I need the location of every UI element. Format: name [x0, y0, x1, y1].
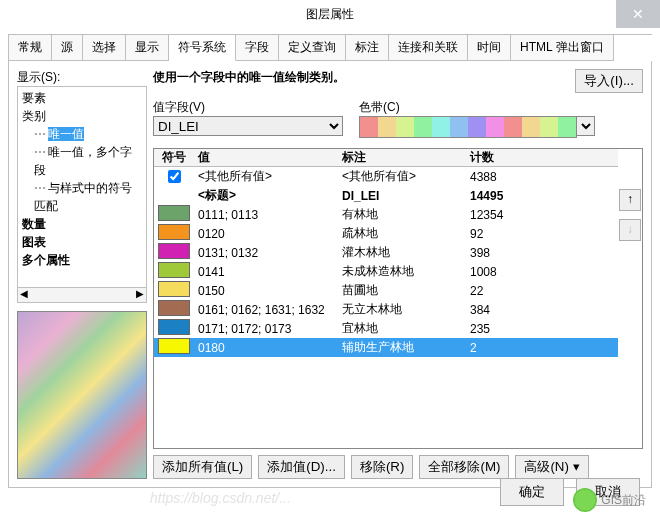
scroll-left-icon[interactable]: ◀ [20, 288, 28, 302]
col-symbol[interactable]: 符号 [154, 149, 194, 166]
scroll-right-icon[interactable]: ▶ [136, 288, 144, 302]
color-swatch[interactable] [158, 338, 190, 354]
add-value-button[interactable]: 添加值(D)... [258, 455, 345, 479]
list-item[interactable]: 与样式中的符号匹配 [34, 179, 142, 215]
close-icon[interactable]: ✕ [616, 0, 660, 28]
move-up-button[interactable]: ↑ [619, 189, 641, 211]
list-item[interactable]: 唯一值，多个字段 [34, 143, 142, 179]
table-row[interactable]: <标题>DI_LEI14495 [154, 186, 618, 205]
list-item[interactable]: 类别 [22, 107, 142, 125]
remove-button[interactable]: 移除(R) [351, 455, 414, 479]
list-item[interactable]: 图表 [22, 233, 142, 251]
table-row[interactable]: 0141未成林造林地1008 [154, 262, 618, 281]
tab-8[interactable]: 连接和关联 [389, 35, 468, 61]
show-label: 显示(S): [17, 69, 147, 86]
move-down-button: ↓ [619, 219, 641, 241]
tab-7[interactable]: 标注 [346, 35, 389, 61]
chevron-down-icon: ▾ [573, 459, 580, 474]
advanced-button[interactable]: 高级(N) ▾ [515, 455, 588, 479]
color-swatch[interactable] [158, 262, 190, 278]
tab-4[interactable]: 符号系统 [169, 35, 236, 61]
col-value[interactable]: 值 [194, 149, 338, 166]
table-row[interactable]: 0150苗圃地22 [154, 281, 618, 300]
tab-strip: 常规源选择显示符号系统字段定义查询标注连接和关联时间HTML 弹出窗口 [8, 34, 652, 61]
import-button[interactable]: 导入(I)... [575, 69, 643, 93]
scrollbar[interactable]: ◀ ▶ [17, 288, 147, 303]
color-swatch[interactable] [158, 205, 190, 221]
watermark: https://blog.csdn.net/... [150, 490, 291, 506]
window-title: 图层属性 [306, 7, 354, 21]
layer-preview [17, 311, 147, 479]
col-count[interactable]: 计数 [466, 149, 618, 166]
categories-list[interactable]: 要素 类别 唯一值 唯一值，多个字段 与样式中的符号匹配 数量 图表 多个属性 [17, 86, 147, 288]
color-swatch[interactable] [158, 243, 190, 259]
all-values-checkbox[interactable] [168, 170, 181, 183]
color-swatch[interactable] [158, 319, 190, 335]
list-item[interactable]: 唯一值 [34, 125, 142, 143]
symbols-table: 符号 值 标注 计数 <其他所有值><其他所有值>4388<标题>DI_LEI1… [153, 148, 643, 449]
value-field-label: 值字段(V) [153, 99, 343, 116]
tab-10[interactable]: HTML 弹出窗口 [511, 35, 614, 61]
description: 使用一个字段中的唯一值绘制类别。 [153, 69, 345, 86]
wechat-icon [573, 488, 597, 512]
table-row[interactable]: 0180辅助生产林地2 [154, 338, 618, 357]
tab-3[interactable]: 显示 [126, 35, 169, 61]
color-swatch[interactable] [158, 300, 190, 316]
table-row[interactable]: 0120疏林地92 [154, 224, 618, 243]
table-row[interactable]: 0171; 0172; 0173宜林地235 [154, 319, 618, 338]
list-item[interactable]: 数量 [22, 215, 142, 233]
table-row[interactable]: <其他所有值><其他所有值>4388 [154, 167, 618, 186]
table-row[interactable]: 0111; 0113有林地12354 [154, 205, 618, 224]
tab-1[interactable]: 源 [52, 35, 83, 61]
remove-all-button[interactable]: 全部移除(M) [419, 455, 509, 479]
list-item[interactable]: 多个属性 [22, 251, 142, 269]
color-ramp[interactable] [359, 116, 577, 138]
list-item[interactable]: 要素 [22, 89, 142, 107]
wechat-overlay: GIS前沿 [573, 488, 646, 512]
table-row[interactable]: 0131; 0132灌木林地398 [154, 243, 618, 262]
add-all-button[interactable]: 添加所有值(L) [153, 455, 252, 479]
tab-2[interactable]: 选择 [83, 35, 126, 61]
tab-6[interactable]: 定义查询 [279, 35, 346, 61]
title-bar: 图层属性 ✕ [0, 0, 660, 28]
col-label[interactable]: 标注 [338, 149, 466, 166]
tab-5[interactable]: 字段 [236, 35, 279, 61]
tab-0[interactable]: 常规 [9, 35, 52, 61]
table-row[interactable]: 0161; 0162; 1631; 1632无立木林地384 [154, 300, 618, 319]
ramp-label: 色带(C) [359, 99, 595, 116]
color-swatch[interactable] [158, 281, 190, 297]
ramp-dropdown[interactable] [577, 116, 595, 136]
ok-button[interactable]: 确定 [500, 478, 564, 506]
color-swatch[interactable] [158, 224, 190, 240]
value-field-select[interactable]: DI_LEI [153, 116, 343, 136]
tab-9[interactable]: 时间 [468, 35, 511, 61]
